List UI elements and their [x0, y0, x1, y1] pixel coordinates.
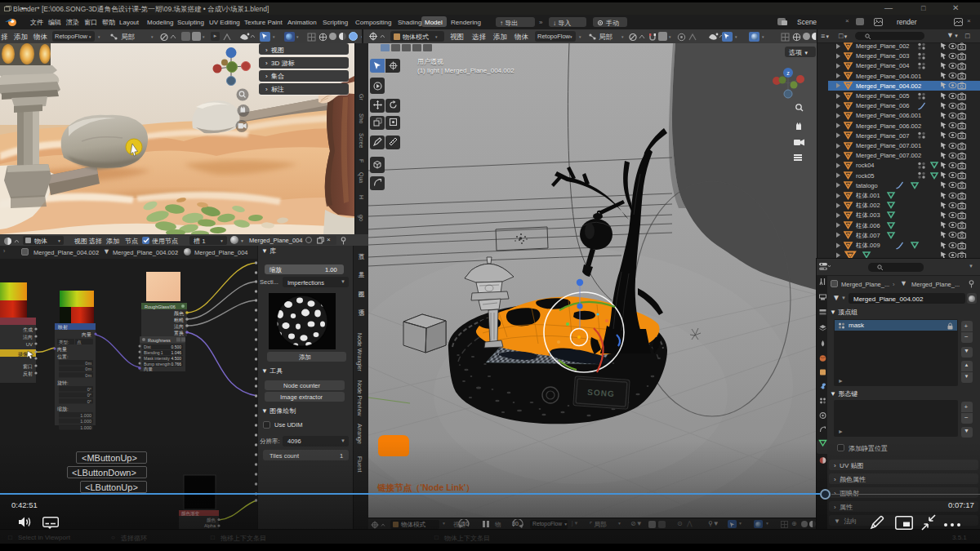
svg-text:生成: 生成 [23, 327, 33, 332]
svg-text:置换: 置换 [174, 331, 184, 336]
svg-text:4.500: 4.500 [171, 356, 181, 361]
svg-text:类型:: 类型: [59, 340, 69, 344]
svg-text:1.046: 1.046 [171, 350, 181, 355]
svg-text:缩放:: 缩放: [57, 406, 69, 412]
svg-text:窗口: 窗口 [23, 363, 33, 370]
svg-text:向量: 向量 [57, 347, 67, 352]
svg-text:RoughGlass!06: RoughGlass!06 [145, 304, 176, 309]
svg-text:颜色渐变: 颜色渐变 [181, 511, 200, 517]
svg-text:旋转:: 旋转: [57, 380, 69, 386]
svg-text:点: 点 [77, 340, 82, 344]
svg-text:1.000: 1.000 [80, 425, 91, 430]
svg-text:0.500: 0.500 [171, 344, 181, 349]
svg-text:0m: 0m [85, 373, 91, 378]
svg-text:颜色: 颜色 [174, 310, 185, 316]
svg-text:0m: 0m [85, 361, 91, 366]
svg-text:法向: 法向 [174, 324, 184, 329]
svg-text:映射: 映射 [58, 325, 68, 330]
svg-text:法向: 法向 [23, 335, 33, 340]
svg-text:Blending 1: Blending 1 [144, 350, 163, 355]
svg-text:颜色: 颜色 [207, 518, 216, 522]
svg-text:0m: 0m [85, 367, 91, 371]
svg-text:0.766: 0.766 [171, 362, 181, 367]
svg-text:向量: 向量 [82, 332, 91, 337]
svg-text:粗糙: 粗糙 [174, 318, 184, 322]
svg-text:Alpha: Alpha [204, 523, 216, 528]
svg-text:Mask intensity: Mask intensity [144, 356, 170, 361]
svg-text:位置:: 位置: [57, 354, 69, 359]
svg-text:UV: UV [26, 342, 33, 347]
svg-text:0°: 0° [87, 399, 91, 404]
svg-text:z: z [786, 70, 790, 76]
svg-text:0°: 0° [87, 387, 91, 392]
svg-text:1.000: 1.000 [80, 413, 91, 418]
svg-text:0°: 0° [87, 393, 91, 398]
svg-text:Roughness: Roughness [148, 338, 171, 343]
svg-text:反射: 反射 [23, 371, 33, 376]
svg-text:1.000: 1.000 [80, 419, 91, 424]
svg-text:SONG: SONG [587, 388, 615, 398]
svg-text:Dist: Dist [144, 344, 151, 349]
svg-text:向量: 向量 [144, 367, 154, 371]
